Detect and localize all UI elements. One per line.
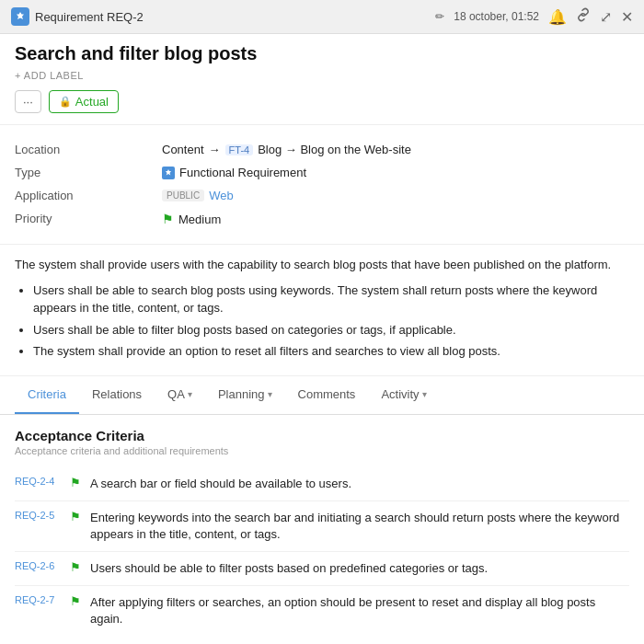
bullet-3: The system shall provide an option to re… [33,342,629,361]
type-text: Functional Requirement [179,166,306,179]
arrow-icon: → [209,143,221,156]
tab-planning[interactable]: Planning ▾ [205,376,285,414]
actual-status-button[interactable]: 🔒 Actual [49,90,119,113]
criteria-row-1: REQ-2-4 ⚑ A search bar or field should b… [15,467,629,501]
application-label: Application [15,189,162,202]
criteria-flag-3: ⚑ [70,560,81,574]
priority-flag-icon: ⚑ [162,212,174,226]
criteria-text-4: After applying filters or searches, an o… [90,594,629,627]
tab-planning-label: Planning [218,387,265,401]
qa-chevron-icon: ▾ [188,389,192,399]
tab-criteria[interactable]: Criteria [15,376,79,414]
tab-comments-label: Comments [298,387,356,401]
tab-qa[interactable]: QA ▾ [155,376,205,414]
tab-activity[interactable]: Activity ▾ [368,376,439,414]
req-tag-3[interactable]: REQ-2-6 [15,560,61,571]
more-options-button[interactable]: ··· [15,90,41,113]
description-section: The system shall provide users with the … [0,245,644,376]
bullet-2: Users shall be able to filter blog posts… [33,321,629,339]
public-badge: PUBLIC [162,190,204,201]
btn-row: ··· 🔒 Actual [15,90,629,113]
req-tag-4[interactable]: REQ-2-7 [15,594,61,605]
info-row-type: Type Functional Requirement [15,161,629,184]
timestamp: 18 october, 01:52 [454,10,539,23]
req-tag-1[interactable]: REQ-2-4 [15,476,61,487]
criteria-row-3: REQ-2-6 ⚑ Users should be able to filter… [15,552,629,586]
page-title: Search and filter blog posts [15,43,629,64]
criteria-flag-1: ⚑ [70,476,81,489]
external-link-icon[interactable]: ⤢ [600,8,612,26]
criteria-text-3: Users should be able to filter posts bas… [90,560,488,577]
top-bar-right: ✏ 18 october, 01:52 🔔 ⤢ ✕ [435,7,633,26]
top-bar-left: Requirement REQ-2 [11,7,144,26]
tabs-bar: Criteria Relations QA ▾ Planning ▾ Comme… [0,376,644,415]
planning-chevron-icon: ▾ [268,389,272,399]
main-header: Search and filter blog posts + ADD LABEL… [0,34,644,125]
application-value: PUBLIC Web [162,189,234,202]
tab-relations-label: Relations [92,387,142,401]
lock-icon: 🔒 [59,96,72,108]
criteria-subtitle: Acceptance criteria and additional requi… [15,445,629,456]
info-row-application: Application PUBLIC Web [15,184,629,207]
tab-activity-label: Activity [381,387,419,401]
type-value: Functional Requirement [162,166,306,179]
info-row-priority: Priority ⚑ Medium [15,207,629,231]
close-icon[interactable]: ✕ [621,8,633,26]
criteria-row-2: REQ-2-5 ⚑ Entering keywords into the sea… [15,501,629,552]
criteria-text-1: A search bar or field should be availabl… [90,476,351,492]
criteria-title: Acceptance Criteria [15,428,629,443]
ft-badge: FT-4 [225,144,254,155]
info-section: Location Content → FT-4 Blog → Blog on t… [0,125,644,245]
location-rest: Blog → Blog on the Web-site [258,143,411,156]
description-main: The system shall provide users with the … [15,256,629,274]
location-label: Location [15,143,162,156]
description-bullets: Users shall be able to search blog posts… [15,282,629,361]
req-type-icon [11,7,29,26]
criteria-row-4: REQ-2-7 ⚑ After applying filters or sear… [15,586,629,636]
tab-comments[interactable]: Comments [285,376,369,414]
criteria-flag-2: ⚑ [70,510,81,523]
tab-criteria-label: Criteria [28,387,66,401]
criteria-text-2: Entering keywords into the search bar an… [90,510,629,543]
req-tag-2[interactable]: REQ-2-5 [15,510,61,521]
criteria-section: Acceptance Criteria Acceptance criteria … [0,415,644,645]
top-bar: Requirement REQ-2 ✏ 18 october, 01:52 🔔 … [0,0,644,34]
web-link[interactable]: Web [209,189,234,202]
location-content: Content [162,143,204,156]
activity-chevron-icon: ▾ [422,389,427,399]
bell-icon[interactable]: 🔔 [548,8,567,26]
priority-label: Priority [15,212,162,225]
location-value: Content → FT-4 Blog → Blog on the Web-si… [162,143,411,156]
actual-label: Actual [75,95,109,109]
tab-relations[interactable]: Relations [79,376,155,414]
add-label-btn[interactable]: + ADD LABEL [15,70,629,81]
type-icon [162,167,175,179]
link-icon[interactable] [576,7,591,26]
req-label: Requirement REQ-2 [35,10,144,24]
edit-icon: ✏ [435,10,444,23]
priority-text: Medium [178,213,221,226]
criteria-flag-4: ⚑ [70,594,81,608]
info-row-location: Location Content → FT-4 Blog → Blog on t… [15,138,629,161]
tab-qa-label: QA [167,387,185,401]
priority-value: ⚑ Medium [162,212,221,226]
type-label: Type [15,166,162,179]
bullet-1: Users shall be able to search blog posts… [33,282,629,317]
